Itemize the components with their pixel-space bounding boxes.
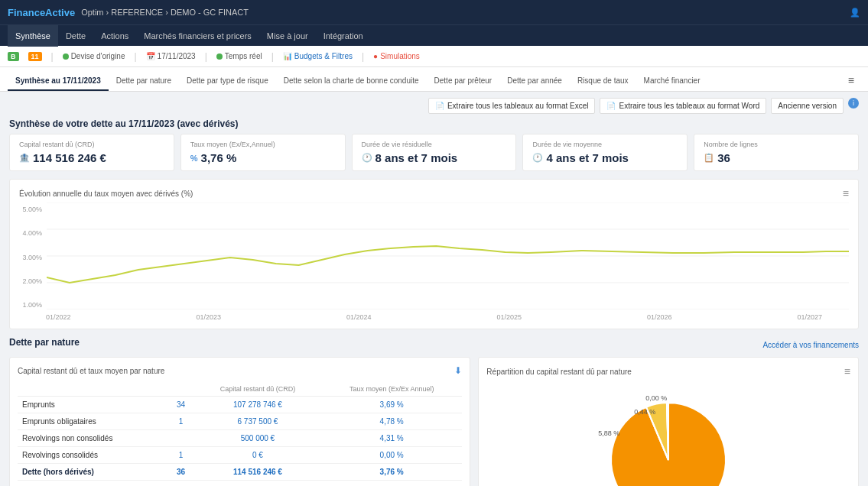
action-row: 📄 Extraire tous les tableaux au format E…: [9, 98, 859, 114]
table-row: Emprunts obligataires 1 6 737 500 € 4,78…: [18, 413, 462, 430]
row-count-2: [167, 430, 194, 447]
filter-date[interactable]: 📅 17/11/2023: [146, 52, 196, 60]
tab-preteur[interactable]: Dette par prêteur: [427, 72, 500, 91]
row-count-0[interactable]: 34: [167, 397, 194, 413]
kpi-dur-moy-number: 4 ans et 7 mois: [546, 151, 629, 164]
menu-integration[interactable]: Intégration: [316, 25, 371, 47]
row-crd-1[interactable]: 6 737 500 €: [194, 413, 321, 430]
btn-word[interactable]: 📄 Extraire tous les tableaux au format W…: [600, 98, 766, 114]
row-name-0: Emprunts: [18, 397, 167, 413]
kpi-taux: Taux moyen (Ex/Ex,Annuel) % 3,76 %: [180, 134, 346, 171]
kpi-lignes-value: 📋 36: [704, 151, 849, 164]
row-crd-2[interactable]: 500 000 €: [194, 430, 321, 447]
budget-icon: 📊: [283, 52, 292, 60]
kpi-taux-value: % 3,76 %: [190, 151, 336, 164]
word-icon: 📄: [606, 102, 616, 110]
settings-icon[interactable]: ≡: [842, 70, 860, 91]
row-taux-2[interactable]: 4,31 %: [321, 430, 462, 447]
col-crd: Capital restant dû (CRD): [194, 382, 321, 397]
tab-taux[interactable]: Risque de taux: [570, 72, 636, 91]
breadcrumb: Optim › REFERENCE › DEMO - GC FINACT: [81, 8, 249, 17]
tab-risque[interactable]: Dette par type de risque: [179, 72, 276, 91]
filter-budgets[interactable]: 📊 Budgets & Filtres: [283, 52, 353, 60]
menu-synthese[interactable]: Synthèse: [8, 25, 58, 47]
row-count-1[interactable]: 1: [167, 413, 194, 430]
pie-menu-icon[interactable]: ≡: [844, 365, 850, 377]
filter-temps[interactable]: Temps réel: [216, 52, 262, 60]
tab-charte[interactable]: Dette selon la charte de bonne conduite: [276, 72, 427, 91]
filter-simulations[interactable]: ● Simulations: [373, 52, 420, 60]
kpi-crd: Capital restant dû (CRD) 🏦 114 516 246 €: [9, 134, 174, 171]
pie-container: 0,00 % 0,44 % 5,88 % 93,68 % Emprunts Em…: [486, 384, 850, 486]
y-label-2: 2.00%: [19, 277, 42, 285]
pie-card: Répartition du capital restant dû par na…: [478, 357, 859, 486]
tab-marche[interactable]: Marché financier: [636, 72, 708, 91]
kpi-lignes-number: 36: [717, 151, 730, 164]
clock-icon-1: 🕐: [362, 153, 372, 163]
excel-icon: 📄: [435, 102, 444, 110]
x-label-4: 01/2026: [647, 313, 672, 321]
row-crd-4[interactable]: 114 516 246 €: [194, 464, 321, 481]
temps-dot: [216, 53, 223, 60]
y-label-5: 5.00%: [19, 206, 42, 213]
row-taux-1[interactable]: 4,78 %: [321, 413, 462, 430]
badge-b[interactable]: B: [8, 52, 19, 61]
pie-card-title: Répartition du capital restant dû par na…: [486, 368, 632, 376]
user-icon[interactable]: 👤: [850, 8, 860, 18]
row-taux-3[interactable]: 0,00 %: [321, 447, 462, 464]
menu-miseajour[interactable]: Mise à jour: [259, 25, 316, 47]
download-icon[interactable]: ⬇: [454, 365, 462, 376]
filter-temps-label: Temps réel: [225, 52, 262, 60]
chart-header: Évolution annuelle du taux moyen avec dé…: [19, 187, 849, 199]
kpi-taux-number: 3,76 %: [201, 151, 237, 164]
row-count-4[interactable]: 36: [167, 464, 194, 481]
kpi-crd-value: 🏦 114 516 246 €: [19, 151, 164, 164]
row-crd-0[interactable]: 107 278 746 €: [194, 397, 321, 413]
x-label-2: 01/2024: [346, 313, 372, 321]
menu-marches[interactable]: Marchés financiers et pricers: [136, 25, 259, 47]
y-label-4: 4.00%: [19, 229, 42, 237]
filter-sim-label: Simulations: [380, 52, 420, 60]
col-name: [18, 382, 167, 397]
filter-sep2: |: [134, 51, 136, 62]
btn-word-label: Extraire tous les tableaux au format Wor…: [619, 102, 759, 110]
menu-dette[interactable]: Dette: [58, 25, 93, 47]
btn-excel[interactable]: 📄 Extraire tous les tableaux au format E…: [428, 98, 596, 114]
devise-dot: [63, 53, 69, 60]
tab-nature[interactable]: Dette par nature: [109, 72, 179, 91]
kpi-lignes-label: Nombre de lignes: [704, 141, 849, 148]
menu-bar: Synthèse Dette Actions Marchés financier…: [0, 24, 868, 46]
content-area: 📄 Extraire tous les tableaux au format E…: [0, 92, 868, 486]
table-row: Revolvings consolidés 1 0 € 0,00 %: [18, 447, 462, 464]
kpi-crd-number: 114 516 246 €: [33, 151, 106, 164]
row-count-3[interactable]: 1: [167, 447, 194, 464]
filter-devise[interactable]: Devise d'origine: [63, 52, 125, 60]
tab-bar: Synthèse au 17/11/2023 Dette par nature …: [0, 67, 868, 92]
row-crd-3[interactable]: 0 €: [194, 447, 321, 464]
chart-menu-icon[interactable]: ≡: [843, 187, 849, 199]
row-name-1: Emprunts obligataires: [18, 413, 167, 430]
row-taux-4[interactable]: 3,76 %: [321, 464, 462, 481]
table-card: Capital restant dû et taux moyen par nat…: [9, 357, 470, 486]
filter-sep1: |: [51, 51, 54, 62]
row-name-4: Dette (hors dérivés): [18, 464, 167, 481]
col-count: [167, 382, 194, 397]
kpi-taux-label: Taux moyen (Ex/Ex,Annuel): [190, 141, 336, 148]
row-taux-0[interactable]: 3,69 %: [321, 397, 462, 413]
kpi-duree-moyenne: Durée de vie moyenne 🕐 4 ans et 7 mois: [522, 134, 688, 171]
x-label-3: 01/2025: [496, 313, 522, 321]
kpi-dur-moy-value: 🕐 4 ans et 7 mois: [532, 151, 678, 164]
menu-actions[interactable]: Actions: [93, 25, 136, 47]
badge-11[interactable]: 11: [28, 52, 42, 61]
x-label-1: 01/2023: [196, 313, 221, 321]
btn-old-version[interactable]: Ancienne version: [771, 98, 844, 114]
y-label-3: 3.00%: [19, 254, 42, 261]
bottom-row: Capital restant dû et taux moyen par nat…: [9, 357, 859, 486]
pie-svg: [592, 384, 745, 486]
badge-b-label: B: [8, 52, 19, 61]
dette-nature-link[interactable]: Accéder à vos financements: [762, 341, 859, 349]
tab-annee[interactable]: Dette par année: [499, 72, 570, 91]
table-card-title: Capital restant dû et taux moyen par nat…: [18, 367, 164, 375]
tab-synthese[interactable]: Synthèse au 17/11/2023: [8, 72, 109, 91]
info-icon[interactable]: i: [848, 98, 859, 109]
